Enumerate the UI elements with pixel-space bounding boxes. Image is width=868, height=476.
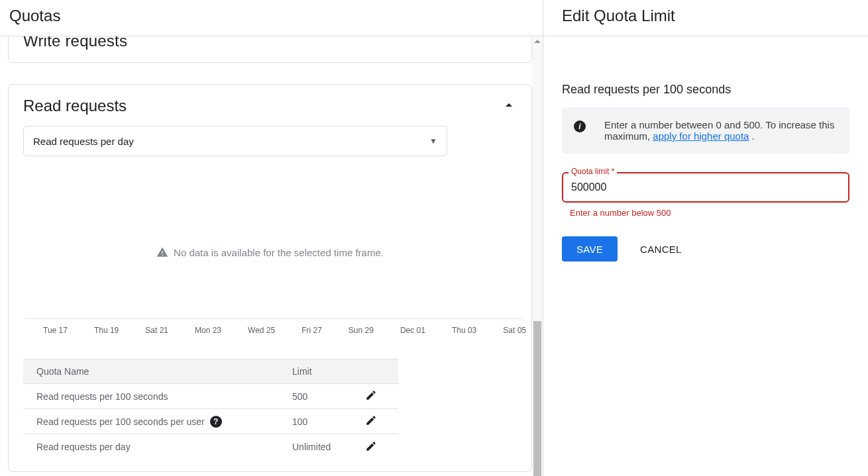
caret-down-icon: ▼: [429, 136, 437, 146]
quota-name-cell: Read requests per 100 seconds per user ?: [36, 416, 292, 428]
table-row: Read requests per 100 seconds 500: [23, 384, 398, 409]
col-limit: Limit: [292, 366, 365, 377]
usage-chart: No data is available for the selected ti…: [23, 164, 517, 343]
edit-icon[interactable]: [365, 444, 377, 454]
side-panel-subtitle: Read requests per 100 seconds: [562, 83, 849, 97]
x-tick: Thu 19: [94, 326, 119, 335]
quota-limit-field: Quota limit *: [562, 172, 849, 203]
info-icon: i: [574, 120, 586, 132]
quota-limit-cell: 500: [292, 391, 365, 402]
edit-quota-panel: Edit Quota Limit Read requests per 100 s…: [543, 0, 868, 476]
chart-x-ticks: Tue 17 Thu 19 Sat 21 Mon 23 Wed 25 Fri 2…: [23, 326, 543, 335]
x-tick: Wed 25: [248, 326, 275, 335]
save-button[interactable]: SAVE: [562, 236, 618, 262]
x-tick: Thu 03: [452, 326, 476, 335]
main-scroll-area: Write requests Read requests Read reques…: [0, 36, 543, 476]
info-text: Enter a number between 0 and 500. To inc…: [604, 119, 838, 142]
page-title: Quotas: [0, 0, 543, 36]
quota-metric-select-label: Read requests per day: [33, 136, 134, 147]
chart-empty-message: No data is available for the selected ti…: [23, 246, 517, 258]
chart-baseline: [25, 318, 523, 319]
chevron-up-icon[interactable]: [501, 97, 517, 115]
x-tick: Sat 21: [145, 326, 168, 335]
x-tick: Tue 17: [43, 326, 68, 335]
x-tick: Dec 01: [400, 326, 425, 335]
apply-higher-quota-link[interactable]: apply for higher quota: [653, 130, 749, 142]
quota-limit-label: Quota limit *: [569, 167, 617, 176]
write-requests-title: Write requests: [23, 36, 517, 50]
scrollbar[interactable]: [532, 36, 543, 476]
quota-table: Quota Name Limit Read requests per 100 s…: [23, 359, 398, 459]
x-tick: Mon 23: [195, 326, 221, 335]
side-panel-title: Edit Quota Limit: [543, 0, 868, 36]
edit-icon[interactable]: [365, 418, 377, 428]
table-row: Read requests per 100 seconds per user ?…: [23, 409, 398, 434]
quota-table-header: Quota Name Limit: [23, 359, 398, 384]
quota-limit-cell: Unlimited: [292, 442, 365, 452]
read-requests-title: Read requests: [23, 97, 127, 115]
quota-name-cell: Read requests per 100 seconds: [36, 391, 292, 402]
x-tick: Fri 27: [301, 326, 322, 335]
table-row: Read requests per day Unlimited: [23, 434, 398, 459]
quota-limit-cell: 100: [292, 416, 365, 427]
quota-name-cell: Read requests per day: [36, 442, 292, 452]
help-icon[interactable]: ?: [210, 416, 222, 428]
read-requests-card: Read requests Read requests per day ▼ No…: [8, 84, 532, 472]
info-banner: i Enter a number between 0 and 500. To i…: [562, 107, 849, 154]
x-tick: Sat 05: [503, 326, 526, 335]
quota-limit-input[interactable]: [562, 172, 849, 203]
edit-icon[interactable]: [365, 393, 377, 403]
quota-metric-select[interactable]: Read requests per day ▼: [23, 126, 447, 156]
col-quota-name: Quota Name: [36, 366, 292, 377]
scrollbar-thumb[interactable]: [533, 321, 541, 476]
cancel-button[interactable]: CANCEL: [636, 243, 686, 256]
write-requests-card: Write requests: [8, 36, 532, 63]
warning-icon: [156, 246, 168, 258]
scroll-up-icon[interactable]: [532, 36, 543, 47]
x-tick: Sun 29: [349, 326, 374, 335]
quota-limit-error: Enter a number below 500: [562, 208, 849, 218]
